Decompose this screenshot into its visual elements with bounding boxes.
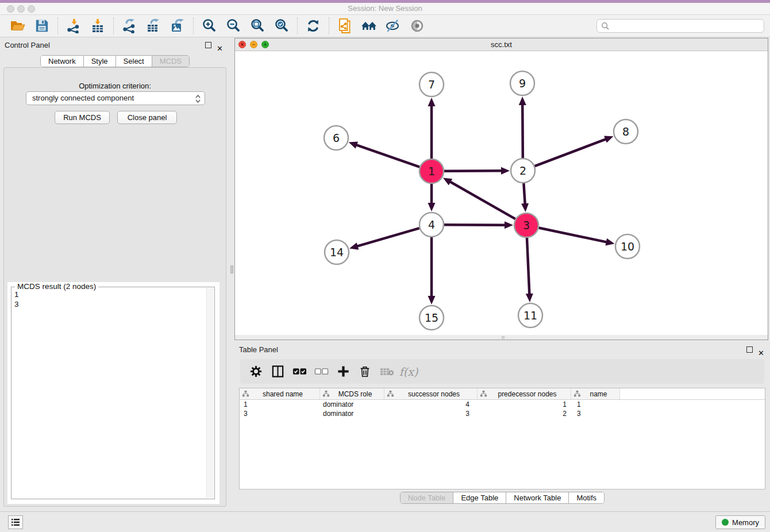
import-table-icon[interactable] xyxy=(90,18,106,34)
graph-edge[interactable] xyxy=(539,228,607,242)
open-session-icon[interactable] xyxy=(10,18,26,34)
tab-edge-table[interactable]: Edge Table xyxy=(453,492,506,503)
table-cell[interactable]: 3 xyxy=(571,409,620,418)
column-header-shared-name[interactable]: shared name xyxy=(240,388,320,399)
graph-node-label: 8 xyxy=(622,125,629,138)
column-header-predecessor-nodes[interactable]: predecessor nodes xyxy=(478,388,571,399)
table-cell[interactable]: 1 xyxy=(478,400,571,409)
optimization-criterion-value: strongly connected component xyxy=(32,94,134,102)
tab-style[interactable]: Style xyxy=(84,56,116,67)
run-mcds-button[interactable]: Run MCDS xyxy=(55,111,110,124)
float-panel-icon[interactable] xyxy=(746,346,753,353)
column-visibility-icon[interactable] xyxy=(270,364,285,379)
graph-edge[interactable] xyxy=(527,238,529,295)
toolbar-separator xyxy=(113,17,114,34)
delete-column-icon[interactable] xyxy=(357,364,372,379)
import-network-icon[interactable] xyxy=(66,18,82,34)
result-scrollbar[interactable] xyxy=(206,288,214,498)
graph-edge-arrowhead xyxy=(526,294,533,302)
search-input[interactable] xyxy=(612,20,761,32)
column-header-MCDS-role[interactable]: MCDS role xyxy=(320,388,384,399)
graph-edge[interactable] xyxy=(356,145,419,167)
graph-edge[interactable] xyxy=(444,225,506,225)
graph-node-label: 11 xyxy=(523,309,537,322)
resize-handle[interactable] xyxy=(502,336,505,339)
table-row[interactable]: 1dominator411 xyxy=(240,400,765,409)
tab-network-table[interactable]: Network Table xyxy=(506,492,569,503)
column-header-name[interactable]: name xyxy=(571,388,620,399)
tab-mcds[interactable]: MCDS xyxy=(152,56,189,67)
graph-node-label: 10 xyxy=(621,240,634,253)
close-panel-icon[interactable]: ✕ xyxy=(217,41,223,57)
mcds-result-list[interactable]: 13 xyxy=(14,290,205,498)
control-panel-title: Control Panel xyxy=(5,41,50,49)
table-settings-icon[interactable] xyxy=(248,364,263,379)
node-table: shared nameMCDS rolesuccessor nodesprede… xyxy=(239,388,765,489)
export-image-icon[interactable] xyxy=(170,18,186,34)
column-sort-icon xyxy=(573,390,581,398)
table-cell[interactable]: 2 xyxy=(478,409,571,418)
network-canvas-svg: 7968124314101511 xyxy=(235,51,768,335)
optimization-criterion-select[interactable]: strongly connected component xyxy=(26,91,205,105)
export-network-icon[interactable] xyxy=(121,18,137,34)
apply-layout-icon[interactable] xyxy=(305,18,321,34)
delete-table-icon[interactable] xyxy=(379,364,394,379)
show-panel-icon[interactable] xyxy=(409,18,425,34)
table-cell[interactable]: 4 xyxy=(384,400,478,409)
tab-motifs[interactable]: Motifs xyxy=(569,492,604,503)
memory-button[interactable]: Memory xyxy=(715,515,765,529)
table-panel: Table Panel ✕ f(x) shared nameMCDS roles… xyxy=(234,342,770,511)
dropdown-stepper-icon xyxy=(195,93,201,109)
task-history-button[interactable] xyxy=(8,515,23,529)
panel-splitter[interactable] xyxy=(230,37,234,511)
network-canvas[interactable]: 7968124314101511 xyxy=(235,51,768,335)
table-tabs-row: Node TableEdge TableNetwork TableMotifs xyxy=(234,492,770,504)
float-panel-icon[interactable] xyxy=(205,42,211,48)
column-sort-icon xyxy=(480,390,487,398)
graph-edge[interactable] xyxy=(522,104,523,158)
table-cell[interactable]: 1 xyxy=(240,400,320,409)
table-cell[interactable]: 3 xyxy=(384,409,478,418)
tab-network[interactable]: Network xyxy=(41,56,84,67)
new-network-from-selection-icon[interactable] xyxy=(337,18,353,34)
zoom-selected-icon[interactable] xyxy=(274,18,290,34)
table-row[interactable]: 3dominator323 xyxy=(240,409,765,418)
graph-edge[interactable] xyxy=(449,182,515,219)
toolbar-separator xyxy=(57,17,58,34)
add-column-icon[interactable] xyxy=(336,364,351,379)
unselect-all-icon[interactable] xyxy=(314,364,329,379)
table-toolbar: f(x) xyxy=(240,359,764,384)
table-cell[interactable]: dominator xyxy=(320,409,384,418)
search-box[interactable] xyxy=(596,19,764,33)
splitter-grip[interactable] xyxy=(230,265,233,273)
graph-edge-arrowhead xyxy=(521,203,529,212)
table-body: 1dominator4113dominator323 xyxy=(240,400,765,418)
network-window-title: scc.txt xyxy=(235,40,768,49)
column-header-successor-nodes[interactable]: successor nodes xyxy=(384,388,478,399)
graph-edge[interactable] xyxy=(357,228,419,246)
graph-edge[interactable] xyxy=(523,183,525,205)
graph-node-label: 7 xyxy=(428,78,435,91)
function-builder-icon[interactable]: f(x) xyxy=(401,364,416,379)
zoom-out-icon[interactable] xyxy=(225,18,241,34)
first-neighbors-icon[interactable] xyxy=(361,18,377,34)
select-all-icon[interactable] xyxy=(292,364,307,379)
close-panel-button[interactable]: Close panel xyxy=(117,111,177,124)
graph-edge[interactable] xyxy=(444,171,502,171)
hide-panel-icon[interactable] xyxy=(385,18,401,34)
table-cell[interactable]: 3 xyxy=(240,409,320,418)
tab-select[interactable]: Select xyxy=(116,56,152,67)
zoom-fit-icon[interactable] xyxy=(249,18,265,34)
graph-node-label: 1 xyxy=(428,165,435,178)
tab-node-table[interactable]: Node Table xyxy=(401,492,454,503)
export-table-icon[interactable] xyxy=(145,18,161,34)
graph-edge[interactable] xyxy=(535,139,607,166)
table-cell[interactable]: 1 xyxy=(571,400,620,409)
zoom-in-icon[interactable] xyxy=(201,18,217,34)
toolbar-separator xyxy=(297,17,298,34)
main-toolbar xyxy=(0,15,770,37)
graph-edge-arrowhead xyxy=(428,98,436,106)
save-session-icon[interactable] xyxy=(34,18,50,34)
network-window-titlebar[interactable]: × − + scc.txt xyxy=(235,38,768,51)
table-cell[interactable]: dominator xyxy=(320,400,384,409)
